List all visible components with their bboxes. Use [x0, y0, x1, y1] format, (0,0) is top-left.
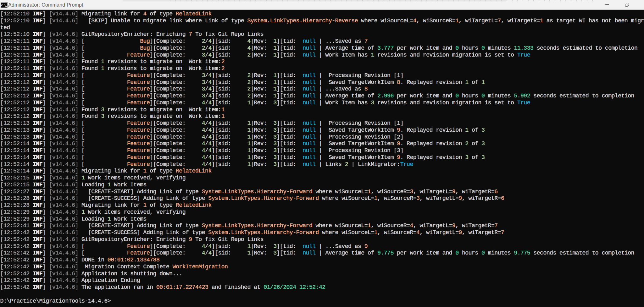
svg-text:C:: C:	[1, 4, 4, 7]
